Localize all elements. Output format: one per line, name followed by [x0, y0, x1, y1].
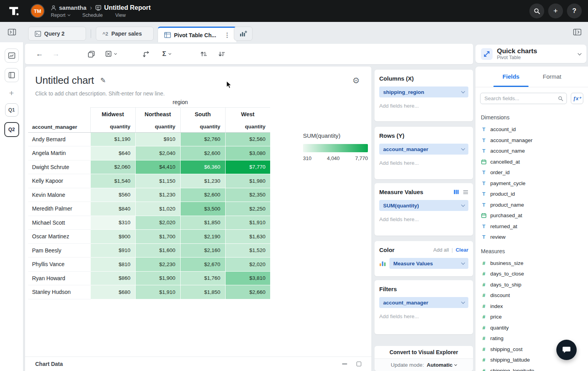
column-header-south[interactable]: South [180, 107, 225, 121]
pivot-cell[interactable]: $900 [90, 230, 135, 244]
search-fields-input[interactable] [480, 95, 558, 101]
sum-quantity-pill[interactable]: SUM(quantity) [379, 200, 468, 211]
rows-dropzone[interactable]: Add fields here... [379, 160, 468, 166]
chart-data-label[interactable]: Chart Data [35, 361, 63, 367]
clear-link[interactable]: Clear [455, 247, 468, 253]
report-title[interactable]: Untitled Report [104, 4, 151, 11]
pivot-cell[interactable]: $1,910 [225, 216, 270, 230]
username[interactable]: samantha [59, 4, 86, 11]
field-purchased_at[interactable]: purchased_at [475, 210, 588, 221]
fields-list-scroll[interactable]: Dimensions Taccount_idTaccount_managerTa… [475, 109, 588, 371]
field-discount[interactable]: #discount [475, 290, 588, 301]
field-cancelled_at[interactable]: cancelled_at [475, 157, 588, 167]
pivot-cell[interactable]: $1,980 [225, 174, 270, 188]
create-button[interactable]: + [548, 4, 563, 18]
pivot-cell[interactable]: $1,900 [135, 271, 180, 285]
pivot-cell[interactable]: $2,060 [90, 160, 135, 174]
row-label[interactable]: Michael Scott [28, 216, 90, 230]
row-label[interactable]: Angela Martin [28, 146, 90, 160]
transpose-button[interactable] [139, 47, 152, 61]
field-days_to_close[interactable]: #days_to_close [475, 268, 588, 279]
columns-dropzone[interactable]: Add fields here... [379, 103, 468, 109]
pivot-cell[interactable]: $1,020 [135, 202, 180, 216]
pivot-cell[interactable]: $680 [90, 285, 135, 299]
pivot-cell[interactable]: $7,770 [225, 160, 270, 174]
chart-title[interactable]: Untitled chart [35, 74, 94, 86]
field-price[interactable]: #price [475, 312, 588, 322]
chart-settings-button[interactable]: ⚙ [352, 76, 360, 85]
tab-format[interactable]: Format [540, 73, 564, 80]
row-label[interactable]: Kevin Malone [28, 188, 90, 202]
tab-fields[interactable]: Fields [493, 73, 529, 80]
row-label[interactable]: Kelly Kapoor [28, 174, 90, 188]
pivot-cell[interactable]: $1,190 [90, 132, 135, 146]
pivot-cell[interactable]: $6,360 [180, 160, 225, 174]
add-formula-button[interactable]: ƒx⁺ [571, 93, 583, 104]
pivot-cell[interactable]: $1,520 [225, 243, 270, 258]
sort-ascending-button[interactable] [197, 47, 210, 61]
tab-query-2[interactable]: Query 2 [28, 27, 86, 41]
field-account_name[interactable]: Taccount_name [475, 146, 588, 157]
clear-chart-button[interactable] [102, 47, 120, 61]
pivot-cell[interactable]: $2,350 [225, 188, 270, 202]
filter-account-manager-pill[interactable]: account_manager [379, 297, 468, 308]
color-measure-values-pill[interactable]: Measure Values [389, 258, 468, 269]
row-label[interactable]: Pam Beesly [28, 243, 90, 258]
collapse-chart-data-button[interactable] [342, 364, 347, 365]
columns-layout-button[interactable] [454, 189, 459, 195]
pivot-cell[interactable]: $810 [90, 258, 135, 272]
pivot-cell[interactable]: $2,600 [180, 188, 225, 202]
undo-button[interactable]: ← [33, 47, 46, 61]
field-account_manager[interactable]: Taccount_manager [475, 135, 588, 146]
pivot-cell[interactable]: $840 [90, 202, 135, 216]
notebook-cell-button[interactable] [5, 68, 19, 82]
menu-view[interactable]: View [115, 13, 126, 18]
row-label[interactable]: Dwight Schrute [28, 160, 90, 174]
pivot-cell[interactable]: $910 [135, 132, 180, 146]
pivot-cell[interactable]: $1,760 [180, 271, 225, 285]
shipping-region-pill[interactable]: shipping_region [379, 86, 468, 97]
pivot-cell[interactable]: $560 [90, 188, 135, 202]
tab-pivot-table-ch[interactable]: Pivot Table Ch...⋮ [158, 27, 237, 42]
field-payment_cycle[interactable]: Tpayment_cycle [475, 178, 588, 189]
pivot-cell[interactable]: $1,230 [180, 174, 225, 188]
pivot-cell[interactable]: $310 [90, 216, 135, 230]
pivot-cell[interactable]: $2,660 [225, 285, 270, 299]
kebab-menu-icon[interactable]: ⋮ [224, 31, 230, 39]
pivot-cell[interactable]: $2,040 [135, 146, 180, 160]
column-header-west[interactable]: West [225, 107, 270, 121]
field-index[interactable]: #index [475, 301, 588, 312]
expand-chart-data-button[interactable] [357, 362, 361, 366]
field-business_size[interactable]: #business_size [475, 258, 588, 269]
field-quantity[interactable]: #quantity [475, 322, 588, 333]
update-mode-select[interactable]: Automatic [427, 362, 457, 368]
row-label[interactable]: Andy Bernard [28, 132, 90, 146]
add-chart-tab-button[interactable] [234, 27, 253, 41]
pivot-cell[interactable]: $1,850 [180, 285, 225, 299]
page-q2-button[interactable]: Q2 [4, 122, 19, 137]
pivot-cell[interactable]: $4,410 [135, 160, 180, 174]
add-page-button[interactable]: + [9, 88, 14, 98]
duplicate-chart-button[interactable] [84, 47, 98, 61]
chart-cell-button[interactable] [5, 49, 19, 63]
pivot-cell[interactable]: $3,080 [225, 146, 270, 160]
rows-layout-button[interactable] [463, 190, 468, 195]
pivot-cell[interactable]: $2,160 [180, 243, 225, 258]
add-all-link[interactable]: Add all [433, 247, 449, 253]
pivot-cell[interactable]: $3,500 [180, 202, 225, 216]
tab-paper-sales[interactable]: ^2Paper sales [96, 27, 154, 41]
menu-schedule[interactable]: Schedule [82, 13, 103, 18]
collapse-left-panel-button[interactable] [6, 26, 18, 38]
pivot-cell[interactable]: $1,600 [135, 243, 180, 258]
pivot-cell[interactable]: $2,020 [225, 258, 270, 272]
convert-to-visual-explorer-button[interactable]: Convert to Visual Explorer [375, 346, 473, 358]
column-header-midwest[interactable]: Midwest [90, 107, 135, 121]
row-label[interactable]: Oscar Martinez [28, 230, 90, 244]
avatar[interactable]: TM [30, 4, 45, 18]
page-q1-button[interactable]: Q1 [5, 103, 18, 117]
pivot-cell[interactable]: $1,700 [135, 230, 180, 244]
measure-values-dropzone[interactable]: Add fields here... [379, 216, 468, 222]
mode-logo[interactable] [7, 4, 20, 18]
pivot-cell[interactable]: $2,760 [180, 132, 225, 146]
pivot-cell[interactable]: $2,560 [225, 132, 270, 146]
